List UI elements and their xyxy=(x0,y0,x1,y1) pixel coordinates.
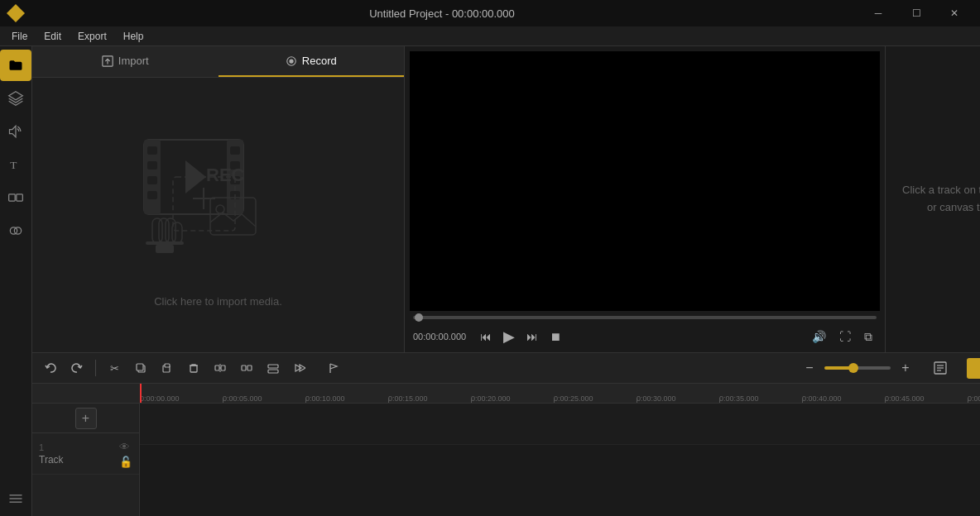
svg-text:T: T xyxy=(10,159,17,171)
svg-rect-17 xyxy=(147,161,157,170)
timeline-tracks: + 1 Track 👁 🔓 xyxy=(32,404,980,516)
zoom-thumb[interactable] xyxy=(848,363,858,373)
track-lock-icon[interactable]: 🔓 xyxy=(119,455,132,467)
svg-rect-43 xyxy=(221,366,225,370)
flag-button[interactable] xyxy=(321,357,344,379)
media-content[interactable]: REC xyxy=(32,78,404,352)
timeline-playhead[interactable] xyxy=(140,384,142,404)
top-section: Import Record xyxy=(32,46,980,352)
app-logo xyxy=(7,4,25,22)
ruler-mark-9: 0:00:45.000 xyxy=(885,394,968,403)
detach-button[interactable] xyxy=(262,357,285,379)
ruler-mark-4: 0:00:20.000 xyxy=(471,394,554,403)
zoom-slider[interactable] xyxy=(824,366,891,370)
progress-thumb[interactable] xyxy=(415,313,423,322)
pip-button[interactable]: ⧉ xyxy=(860,328,877,346)
close-button[interactable]: ✕ xyxy=(935,0,973,26)
transitions-icon xyxy=(7,189,24,206)
track-headers: + 1 Track 👁 🔓 xyxy=(32,404,140,516)
timeline-ruler: 0:00:00.000 0:00:05.000 0:00:10.000 0:00… xyxy=(32,384,980,404)
paste-button[interactable] xyxy=(156,357,179,379)
zoom-out-button[interactable]: − xyxy=(798,357,821,379)
speed-button[interactable] xyxy=(288,357,311,379)
preview-panel: 00:00:00.000 ⏮ ▶ ⏭ ⏹ 🔊 ⛶ ⧉ xyxy=(405,46,885,352)
menu-export[interactable]: Export xyxy=(70,29,115,44)
svg-marker-0 xyxy=(9,92,23,100)
overlays-icon xyxy=(7,222,24,239)
undo-icon xyxy=(45,362,56,374)
export-button[interactable]: Export xyxy=(967,358,980,379)
folder-icon xyxy=(7,57,24,74)
trim-button[interactable] xyxy=(235,357,258,379)
track-content[interactable] xyxy=(140,404,980,516)
ruler-mark-1: 0:00:05.000 xyxy=(223,394,305,403)
svg-rect-16 xyxy=(147,146,157,155)
redo-button[interactable] xyxy=(65,357,89,379)
track-visibility-icon[interactable]: 👁 xyxy=(119,440,132,452)
tab-record[interactable]: Record xyxy=(219,46,405,77)
menu-edit[interactable]: Edit xyxy=(36,29,70,44)
svg-point-5 xyxy=(14,227,21,234)
sidebar-transitions-button[interactable] xyxy=(0,182,31,213)
svg-rect-40 xyxy=(165,364,170,367)
ctrl-right: 🔊 ⛶ ⧉ xyxy=(808,328,877,346)
split-button[interactable] xyxy=(209,357,232,379)
stop-button[interactable]: ⏹ xyxy=(545,328,565,345)
ruler-mark-2: 0:00:10.000 xyxy=(305,394,388,403)
title-bar: Untitled Project - 00:00:00.000 ─ ☐ ✕ xyxy=(0,0,980,26)
script-button[interactable] xyxy=(925,357,955,379)
ruler-marks: 0:00:00.000 0:00:05.000 0:00:10.000 0:00… xyxy=(140,384,980,403)
svg-rect-35 xyxy=(146,241,184,245)
svg-rect-31 xyxy=(152,218,162,243)
ruler-mark-7: 0:00:35.000 xyxy=(719,394,802,403)
zoom-in-button[interactable]: + xyxy=(894,357,917,379)
maximize-button[interactable]: ☐ xyxy=(897,0,935,26)
tab-import[interactable]: Import xyxy=(32,46,219,77)
svg-rect-33 xyxy=(166,218,175,243)
cut-button[interactable]: ✂ xyxy=(103,357,126,379)
delete-button[interactable] xyxy=(182,357,205,379)
toolbar-sep-1 xyxy=(95,360,96,376)
speed-icon xyxy=(294,362,305,374)
volume-button[interactable]: 🔊 xyxy=(808,328,830,346)
sidebar-effects-button[interactable] xyxy=(0,83,31,114)
progress-bar[interactable] xyxy=(413,316,877,319)
svg-point-12 xyxy=(289,59,293,63)
track-header-1: 1 Track 👁 🔓 xyxy=(32,433,139,475)
audio-icon xyxy=(7,123,24,140)
skip-back-button[interactable]: ⏮ xyxy=(476,328,496,345)
media-panel: Import Record xyxy=(32,46,405,352)
flag-icon xyxy=(327,362,339,374)
minimize-button[interactable]: ─ xyxy=(859,0,897,26)
menu-file[interactable]: File xyxy=(3,29,36,44)
ruler-mark-5: 0:00:25.000 xyxy=(554,394,637,403)
play-button[interactable]: ▶ xyxy=(499,326,519,347)
svg-rect-32 xyxy=(159,218,169,243)
svg-rect-42 xyxy=(215,366,219,370)
svg-rect-34 xyxy=(172,222,182,243)
svg-rect-38 xyxy=(137,364,143,370)
sidebar-overlays-button[interactable] xyxy=(0,215,31,246)
undo-button[interactable] xyxy=(39,357,62,379)
zoom-control: − + xyxy=(798,357,917,379)
media-tabs: Import Record xyxy=(32,46,404,78)
timeline: 0:00:00.000 0:00:05.000 0:00:10.000 0:00… xyxy=(32,384,980,516)
copy-button[interactable] xyxy=(129,357,152,379)
info-text: Click a track on the timeline or canvas … xyxy=(902,182,980,217)
detach-icon xyxy=(267,362,279,374)
timeline-empty xyxy=(140,445,980,516)
skip-forward-button[interactable]: ⏭ xyxy=(522,328,542,345)
playback-controls xyxy=(405,311,885,324)
sidebar-text-button[interactable]: T xyxy=(0,149,31,180)
track-lane-1[interactable] xyxy=(140,404,980,445)
menu-help[interactable]: Help xyxy=(115,29,152,44)
sidebar-audio-button[interactable] xyxy=(0,116,31,147)
time-display: 00:00:00.000 xyxy=(413,332,466,342)
fullscreen-button[interactable]: ⛶ xyxy=(835,328,855,346)
add-track-button[interactable]: + xyxy=(75,408,97,429)
sidebar-media-button[interactable] xyxy=(0,50,31,81)
svg-rect-48 xyxy=(268,370,278,373)
sidebar-more-button[interactable] xyxy=(0,483,31,514)
window-controls: ─ ☐ ✕ xyxy=(859,0,973,26)
toolbar: ✂ xyxy=(32,352,980,384)
